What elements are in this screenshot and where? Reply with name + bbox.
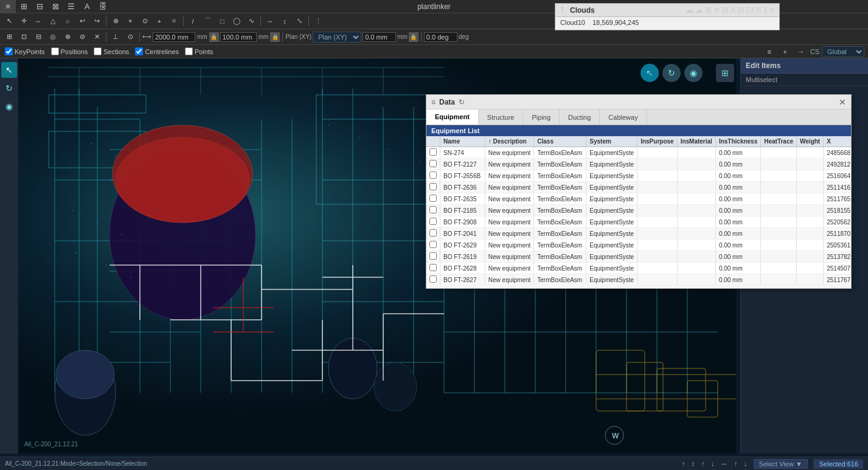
table-row[interactable]: BO FT-2908 New equipment TermBoxEleAsm E… — [426, 216, 851, 228]
row-check-11[interactable] — [429, 275, 437, 283]
col-x[interactable]: X — [824, 136, 851, 147]
tool-eye-left[interactable]: ◉ — [1, 98, 17, 114]
tool-arc[interactable]: ◯ — [230, 15, 243, 27]
nav-icon-7[interactable]: ↓ — [744, 460, 748, 468]
row-check-10[interactable] — [429, 264, 437, 271]
view-ctrl-2[interactable]: + — [779, 46, 792, 58]
tool-grid-snap[interactable]: ⊞ — [2, 31, 16, 43]
cs-selector[interactable]: Global Local — [822, 46, 864, 57]
row-check-2[interactable] — [429, 171, 437, 179]
table-row[interactable]: BO FT-2628 New equipment TermBoxEleAsm E… — [426, 263, 851, 274]
col-system[interactable]: System — [586, 136, 637, 147]
tool-dim2[interactable]: ↕ — [278, 15, 291, 27]
tool-circle[interactable]: ○ — [61, 15, 74, 27]
table-row[interactable]: BO FT-2629 New equipment TermBoxEleAsm E… — [426, 240, 851, 251]
tool-select[interactable]: ↖ — [2, 15, 16, 27]
tool-add[interactable]: ✛ — [17, 15, 30, 27]
menu-db[interactable]: 🗄 — [95, 0, 111, 13]
menu-box[interactable]: ⊠ — [47, 0, 63, 13]
tool-dim1[interactable]: ↔ — [263, 15, 277, 27]
clouds-close-btn[interactable]: ✕ — [769, 5, 776, 15]
nav-icon-2[interactable]: ↕ — [692, 460, 695, 468]
height-lock[interactable]: 🔒 — [270, 32, 280, 42]
nav-icon-4[interactable]: ↓ — [711, 460, 715, 468]
points-check-input[interactable] — [185, 47, 193, 55]
tool-intersect[interactable]: ✕ — [90, 31, 103, 43]
tool-rect[interactable]: □ — [215, 15, 229, 27]
tool-redo[interactable]: ↪ — [90, 15, 103, 27]
view-ctrl-1[interactable]: ≡ — [763, 46, 776, 58]
keypoints-check-input[interactable] — [5, 47, 13, 55]
col-inspurpose[interactable]: InsPurpose — [637, 136, 677, 147]
data-close-btn[interactable]: ✕ — [839, 97, 846, 107]
select-view-selector[interactable]: Select View ▼ — [754, 459, 808, 469]
tool-tangent[interactable]: ⊙ — [123, 31, 137, 43]
tab-ducting[interactable]: Ducting — [560, 109, 600, 125]
tool-endpoint[interactable]: ⊡ — [17, 31, 30, 43]
centrelines-check-input[interactable] — [135, 47, 143, 55]
table-row[interactable]: BO FT-2656B New equipment TermBoxEleAsm … — [426, 170, 851, 182]
col-class[interactable]: Class — [534, 136, 586, 147]
table-row[interactable]: SN-274 New equipment TermBoxEleAsm Equip… — [426, 147, 851, 159]
row-check-9[interactable] — [429, 252, 437, 260]
table-row[interactable]: BO FT-2627 New equipment TermBoxEleAsm E… — [426, 274, 851, 285]
table-row[interactable]: BO FT-2635 New equipment TermBoxEleAsm E… — [426, 193, 851, 205]
width-lock[interactable]: 🔒 — [209, 32, 219, 42]
tool-center[interactable]: ◎ — [46, 31, 60, 43]
row-check-0[interactable] — [429, 148, 437, 156]
view-ctrl-arrow[interactable]: → — [794, 46, 808, 58]
tool-dim3[interactable]: ⤡ — [293, 15, 306, 27]
tool-snap2[interactable]: ⌖ — [123, 15, 137, 27]
positions-check-input[interactable] — [51, 47, 59, 55]
sections-check-input[interactable] — [94, 47, 102, 55]
cloud-icon-2[interactable]: ☁ — [695, 5, 703, 15]
tool-cursor-left[interactable]: ↖ — [1, 62, 17, 78]
tool-curve[interactable]: ∿ — [245, 15, 258, 27]
tool-node[interactable]: ⊕ — [61, 31, 74, 43]
nav-icon-1[interactable]: ↑ — [682, 460, 686, 468]
tool-move[interactable]: ↔ — [32, 15, 45, 27]
centrelines-checkbox[interactable]: Centrelines — [135, 47, 179, 55]
nav-icon-3[interactable]: ↑ — [701, 460, 705, 468]
vp-orbit-btn[interactable]: ↻ — [662, 64, 681, 82]
cloud-info[interactable]: ℹ — [764, 5, 767, 15]
nav-icon-5[interactable]: ↔ — [721, 460, 728, 468]
cloud-edit[interactable]: ✎ — [755, 5, 762, 15]
col-name[interactable]: Name — [440, 136, 485, 147]
row-check-6[interactable] — [429, 218, 437, 225]
cloud-grid[interactable]: ⊞ — [705, 5, 712, 15]
cloud-icon-1[interactable]: ☁ — [686, 5, 693, 15]
plan-selector[interactable]: Plan (XY) Elevation (XZ) Section (YZ) — [313, 32, 361, 43]
col-weight[interactable]: Weight — [797, 136, 824, 147]
row-check-5[interactable] — [429, 206, 437, 213]
tool-line[interactable]: / — [186, 15, 200, 27]
table-row[interactable]: BO FT-2127 New equipment TermBoxEleAsm E… — [426, 159, 851, 170]
tab-structure[interactable]: Structure — [479, 109, 524, 125]
sections-checkbox[interactable]: Sections — [94, 47, 129, 55]
tool-more1[interactable]: ⋮ — [311, 15, 325, 27]
tool-snap1[interactable]: ⊕ — [109, 15, 122, 27]
plane-input[interactable] — [363, 32, 396, 42]
table-row[interactable]: BO FT-2041 New equipment TermBoxEleAsm E… — [426, 228, 851, 240]
col-insmaterial[interactable]: InsMaterial — [677, 136, 715, 147]
col-desc[interactable]: ↑ Description — [485, 136, 533, 147]
tab-cableway[interactable]: Cableway — [600, 109, 647, 125]
tool-rotate[interactable]: △ — [46, 15, 60, 27]
tool-measure[interactable]: ⌗ — [167, 15, 181, 27]
cloud-a[interactable]: A — [731, 5, 736, 15]
tab-piping[interactable]: Piping — [523, 109, 560, 125]
row-check-8[interactable] — [429, 241, 437, 248]
tool-snap3[interactable]: ⊙ — [138, 15, 151, 27]
tool-orbit-left[interactable]: ↻ — [1, 80, 17, 96]
row-check-4[interactable] — [429, 195, 437, 202]
cloud-minus1[interactable]: ⊟ — [722, 5, 729, 15]
tool-quadrant[interactable]: ⊘ — [75, 31, 89, 43]
plane-lock[interactable]: 🔒 — [409, 32, 418, 42]
tool-undo[interactable]: ↩ — [75, 15, 89, 27]
menu-hamburger[interactable]: ≡ — [0, 0, 16, 13]
step-input[interactable] — [424, 32, 457, 42]
height-input[interactable] — [220, 32, 257, 42]
cloud-ed[interactable]: Ed — [746, 7, 754, 13]
nav-icon-6[interactable]: ↑ — [734, 460, 738, 468]
points-checkbox[interactable]: Points — [185, 47, 214, 55]
